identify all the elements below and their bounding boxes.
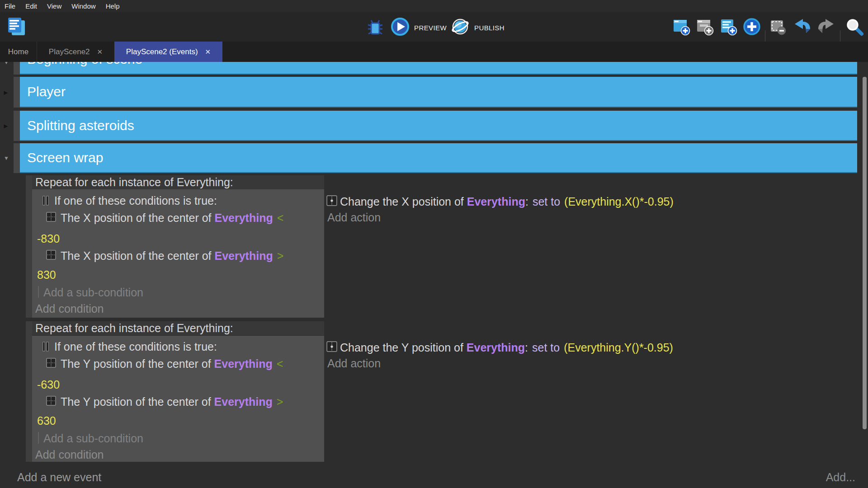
condition-text: The Y position of the center of	[61, 357, 214, 370]
add-action-link[interactable]: Add action	[327, 356, 381, 371]
position-action-icon[interactable]	[326, 341, 336, 351]
add-condition-link[interactable]: Add condition	[35, 447, 104, 462]
position-icon[interactable]	[46, 396, 56, 406]
condition-operator: >	[277, 395, 283, 408]
action-separator: :	[525, 341, 528, 354]
tab-playscene2[interactable]: PlayScene2 ✕	[37, 42, 114, 62]
action-set-to: set to	[533, 195, 560, 208]
action-text: Change the X position of	[340, 195, 467, 208]
search-button[interactable]	[844, 17, 864, 39]
object-name: Everything	[467, 195, 525, 208]
publish-button[interactable]: PUBLISH	[451, 17, 505, 38]
position-action-icon[interactable]	[326, 195, 336, 205]
condition-row[interactable]: The X position of the center of Everythi…	[61, 248, 283, 263]
action-expression: (Everything.X()*-0.95)	[564, 195, 674, 208]
add-sub-condition-link[interactable]: Add a sub-condition	[43, 285, 143, 300]
or-operator-icon[interactable]	[42, 196, 52, 206]
tab-home-label: Home	[8, 47, 28, 56]
condition-value: 830	[37, 268, 56, 281]
position-icon[interactable]	[46, 250, 56, 260]
action-separator: :	[525, 195, 528, 208]
condition-value: -630	[37, 378, 60, 391]
tab-bar: Home PlayScene2 ✕ PlayScene2 (Events) ✕	[0, 42, 868, 62]
group-title: Beginning of scene	[27, 62, 142, 75]
object-name: Everything	[467, 341, 525, 354]
action-set-to: set to	[532, 341, 560, 354]
condition-text: The X position of the center of	[61, 249, 214, 262]
menu-item-window[interactable]: Window	[71, 2, 95, 10]
tab-playscene2-events[interactable]: PlayScene2 (Events) ✕	[114, 42, 222, 62]
add-comment-button[interactable]	[720, 18, 738, 38]
condition-row[interactable]: The X position of the center of Everythi…	[61, 210, 283, 225]
condition-text: The X position of the center of	[61, 211, 214, 224]
tab-playscene2-close-icon[interactable]: ✕	[97, 48, 103, 56]
preview-button[interactable]: PREVIEW	[391, 17, 447, 38]
or-condition-header[interactable]: If one of these conditions is true:	[54, 339, 217, 354]
group-caret-splitting-icon[interactable]: ▶	[4, 122, 8, 129]
action-row[interactable]: Change the Y position of Everything:set …	[340, 340, 673, 355]
tab-playscene2-events-close-icon[interactable]: ✕	[205, 48, 211, 56]
object-name: Everything	[214, 395, 273, 408]
debugger-button[interactable]	[367, 19, 383, 38]
add-condition-link[interactable]: Add condition	[35, 301, 104, 316]
or-condition-header[interactable]: If one of these conditions is true:	[54, 193, 217, 208]
group-caret-screen-wrap-icon[interactable]: ▼	[4, 155, 9, 161]
menu-item-view[interactable]: View	[47, 2, 61, 10]
add-more-events-link[interactable]: Add...	[826, 470, 855, 485]
undo-button[interactable]	[793, 18, 812, 37]
add-sub-condition-link[interactable]: Add a sub-condition	[43, 431, 143, 446]
condition-row[interactable]: The Y position of the center of Everythi…	[61, 356, 283, 371]
group-gutter	[14, 77, 20, 108]
tab-playscene2-events-label: PlayScene2 (Events)	[126, 47, 198, 56]
action-row[interactable]: Change the X position of Everything:set …	[340, 194, 674, 209]
search-icon	[844, 17, 864, 39]
vertical-scrollbar-thumb[interactable]	[863, 77, 867, 429]
position-icon[interactable]	[46, 212, 56, 222]
gdevelop-logo-button[interactable]	[7, 16, 27, 39]
planet-icon	[451, 17, 470, 38]
action-text: Change the Y position of	[340, 341, 467, 354]
object-name: Everything	[214, 249, 273, 262]
condition-operator: <	[277, 211, 284, 224]
condition-value-line[interactable]: -830	[37, 231, 60, 246]
add-event-button[interactable]	[673, 18, 691, 38]
group-caret-player-icon[interactable]: ▶	[4, 89, 8, 96]
menu-item-edit[interactable]: Edit	[25, 2, 37, 10]
add-comment-icon	[720, 18, 738, 38]
condition-value-line[interactable]: 630	[37, 413, 56, 428]
event-indent-bar	[26, 321, 32, 462]
condition-value-line[interactable]: 830	[37, 267, 56, 282]
object-name: Everything	[214, 357, 273, 370]
sub-condition-guide	[38, 286, 39, 298]
group-header-player[interactable]: Player	[20, 77, 857, 108]
repeat-event-row[interactable]: Repeat for each instance of Everything:	[32, 175, 324, 189]
condition-value: 630	[37, 414, 56, 427]
debugger-bug-icon	[367, 19, 383, 38]
group-header-splitting-asteroids[interactable]: Splitting asteroids	[20, 111, 857, 141]
menu-item-file[interactable]: File	[5, 2, 15, 10]
publish-label: PUBLISH	[474, 24, 505, 32]
repeat-event-row[interactable]: Repeat for each instance of Everything:	[32, 321, 324, 335]
position-icon[interactable]	[46, 358, 56, 368]
remove-selection-button[interactable]	[769, 18, 788, 38]
add-sub-event-button[interactable]	[696, 18, 714, 38]
events-sheet: ▼ Beginning of scene ▶ Player ▶ Splittin…	[0, 62, 868, 488]
add-action-link[interactable]: Add action	[327, 210, 381, 225]
condition-text: The Y position of the center of	[61, 395, 214, 408]
group-caret-beginning-icon[interactable]: ▼	[4, 62, 9, 66]
condition-row[interactable]: The Y position of the center of Everythi…	[61, 394, 283, 409]
menu-item-help[interactable]: Help	[106, 2, 120, 10]
condition-value-line[interactable]: -630	[37, 377, 60, 392]
or-operator-icon[interactable]	[42, 342, 52, 352]
group-header-screen-wrap[interactable]: Screen wrap	[20, 143, 857, 173]
play-icon	[391, 17, 410, 38]
add-more-button[interactable]	[742, 17, 761, 38]
group-title: Splitting asteroids	[27, 111, 134, 140]
gdevelop-window: File Edit View Window Help	[0, 0, 868, 488]
redo-icon	[816, 18, 835, 37]
group-title: Screen wrap	[27, 143, 103, 172]
group-header-beginning-of-scene[interactable]: Beginning of scene	[20, 62, 857, 75]
add-new-event-link[interactable]: Add a new event	[17, 470, 101, 485]
tab-home[interactable]: Home	[0, 42, 37, 62]
redo-button[interactable]	[816, 18, 835, 37]
